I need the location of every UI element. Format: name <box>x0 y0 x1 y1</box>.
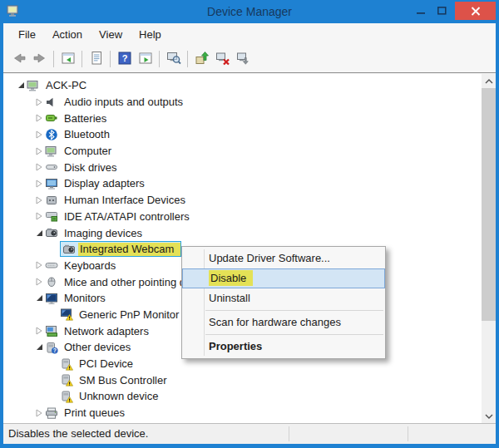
tree-item-label: Display adapters <box>62 177 146 190</box>
tree-item-imaging-devices[interactable]: Imaging devices <box>3 224 496 241</box>
show-console-tree-button[interactable] <box>57 49 78 70</box>
tree-item-label: Monitors <box>62 292 107 304</box>
tree-item-label: Integrated Webcam <box>78 243 180 256</box>
statusbar-divider <box>289 426 289 441</box>
status-text: Disables the selected device. <box>8 427 148 440</box>
back-icon <box>12 51 27 68</box>
help-button[interactable]: ? <box>114 49 135 70</box>
expand-icon[interactable] <box>33 212 45 220</box>
context-menu-separator <box>205 310 383 311</box>
webcam-icon <box>62 243 76 256</box>
collapse-icon[interactable] <box>33 294 45 302</box>
maximize-button[interactable] <box>432 2 452 19</box>
expand-icon[interactable] <box>33 180 45 188</box>
scan-for-hardware-changes-button[interactable] <box>233 49 254 70</box>
tree-item-label: Network adapters <box>62 325 151 337</box>
toolbar-separator <box>159 51 160 67</box>
toolbar-separator <box>110 51 111 67</box>
expand-icon[interactable] <box>33 130 45 139</box>
scroll-up-icon[interactable] <box>482 74 496 88</box>
show-action-pane-icon <box>138 51 153 68</box>
back-button[interactable] <box>8 49 29 70</box>
expand-icon[interactable] <box>33 114 45 122</box>
context-menu-item-label: Update Driver Software... <box>209 252 330 264</box>
expand-icon[interactable] <box>33 147 45 155</box>
collapse-icon[interactable] <box>15 81 27 89</box>
device-manager-window: Device Manager FileActionViewHelp ? ACK-… <box>0 0 499 448</box>
menu-file[interactable]: File <box>10 26 44 43</box>
context-menu-item-update-driver-software[interactable]: Update Driver Software... <box>182 249 385 268</box>
tree-item-sm-bus-controller[interactable]: SM Bus Controller <box>3 372 496 388</box>
tree-item-ack-pc[interactable]: ACK-PC <box>3 77 496 94</box>
context-menu-item-scan-for-hardware-changes[interactable]: Scan for hardware changes <box>182 313 385 332</box>
selected-item-highlight[interactable]: Integrated Webcam <box>60 241 181 257</box>
tree-item-disk-drives[interactable]: Disk drives <box>3 159 496 175</box>
tree-item-human-interface-devices[interactable]: Human Interface Devices <box>3 192 496 209</box>
tree-item-label: Batteries <box>62 112 108 125</box>
monitor-icon <box>45 292 58 305</box>
context-menu-item-disable[interactable]: Disable <box>182 268 385 288</box>
battery-icon <box>45 111 58 125</box>
context-menu-separator <box>205 334 383 335</box>
tree-item-label: IDE ATA/ATAPI controllers <box>62 210 191 223</box>
svg-text:?: ? <box>53 347 57 353</box>
imaging-device-icon <box>45 226 58 239</box>
expand-icon[interactable] <box>33 409 45 417</box>
properties-button[interactable] <box>86 49 106 70</box>
tree-item-label: ACK-PC <box>44 79 88 91</box>
context-menu-item-uninstall[interactable]: Uninstall <box>182 288 385 308</box>
tree-item-unknown-device[interactable]: Unknown device <box>3 388 496 405</box>
tree-item-label: Imaging devices <box>62 227 144 239</box>
expand-icon[interactable] <box>33 98 45 106</box>
context-menu-item-properties[interactable]: Properties <box>182 337 385 357</box>
scan-for-hardware-changes-icon <box>236 51 251 68</box>
scroll-down-icon[interactable] <box>482 409 496 423</box>
collapse-icon[interactable] <box>33 229 45 237</box>
toolbar-separator <box>187 51 188 67</box>
statusbar-divider <box>408 426 408 441</box>
title-bar: Device Manager <box>0 0 499 23</box>
expand-icon[interactable] <box>33 278 45 286</box>
tree-item-print-queues[interactable]: Print queues <box>3 405 496 421</box>
menu-bar: FileActionViewHelp <box>3 23 496 46</box>
tree-item-label: Generic PnP Monitor <box>77 308 180 321</box>
context-menu-item-label: Scan for hardware changes <box>209 316 341 328</box>
minimize-button[interactable] <box>411 2 432 19</box>
expand-icon[interactable] <box>33 196 45 204</box>
tree-item-ide-ata-atapi-controllers[interactable]: IDE ATA/ATAPI controllers <box>3 209 496 225</box>
vertical-scrollbar[interactable] <box>482 74 496 423</box>
update-driver-software-icon <box>195 51 210 68</box>
mouse-icon <box>45 275 58 288</box>
tree-item-label: Disk drives <box>62 161 119 174</box>
disk-drive-icon <box>45 160 58 174</box>
toolbar-separator <box>53 51 54 67</box>
expand-icon[interactable] <box>33 327 45 335</box>
speaker-icon <box>45 96 58 109</box>
tree-item-label: Audio inputs and outputs <box>62 96 185 108</box>
expand-icon[interactable] <box>33 163 45 171</box>
tree-item-bluetooth[interactable]: Bluetooth <box>3 126 496 143</box>
forward-button[interactable] <box>29 49 50 70</box>
tree-item-label: Computer <box>62 145 113 157</box>
scan-computer-button[interactable] <box>163 49 184 70</box>
keyboard-icon <box>45 258 58 272</box>
display-adapter-icon <box>45 177 58 190</box>
tree-item-audio-inputs-and-outputs[interactable]: Audio inputs and outputs <box>3 94 496 111</box>
tree-item-display-adapters[interactable]: Display adapters <box>3 175 496 192</box>
menu-action[interactable]: Action <box>44 26 91 43</box>
collapse-icon[interactable] <box>33 343 45 351</box>
close-button[interactable] <box>455 2 496 20</box>
expand-icon[interactable] <box>33 261 45 269</box>
menu-help[interactable]: Help <box>131 26 170 43</box>
device-warning-icon <box>60 390 73 403</box>
unknown-device-q-icon: ? <box>45 341 58 354</box>
uninstall-button[interactable] <box>212 49 233 70</box>
svg-text:?: ? <box>121 53 127 63</box>
menu-view[interactable]: View <box>91 26 131 43</box>
scrollbar-thumb[interactable] <box>482 88 496 321</box>
show-action-pane-button[interactable] <box>135 49 156 70</box>
tree-item-computer[interactable]: Computer <box>3 143 496 160</box>
tree-item-label: Keyboards <box>62 259 117 272</box>
tree-item-batteries[interactable]: Batteries <box>3 110 496 126</box>
update-driver-software-button[interactable] <box>191 49 212 70</box>
